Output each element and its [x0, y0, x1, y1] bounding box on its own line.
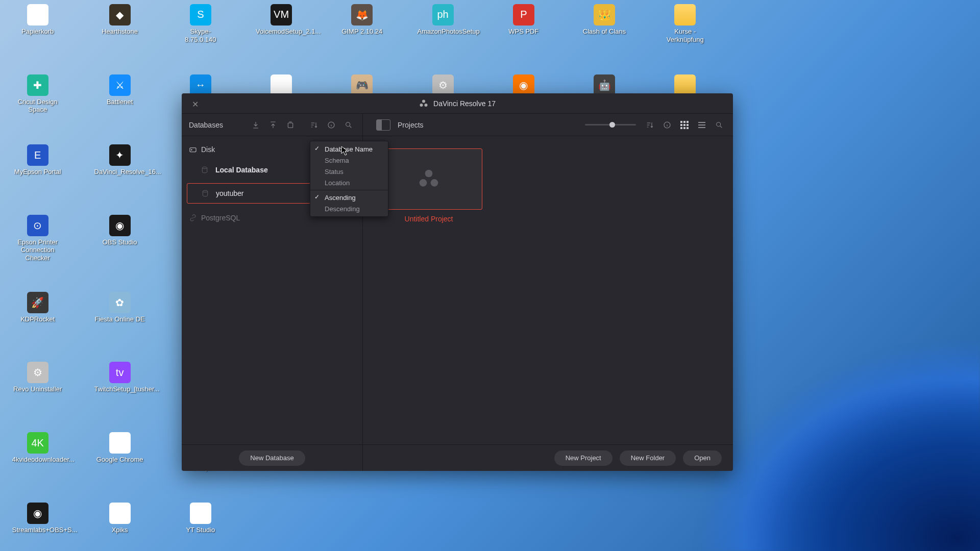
davinci-logo-icon	[418, 168, 440, 190]
postgresql-label: PostgreSQL	[201, 214, 240, 222]
thumbnail-size-slider[interactable]	[585, 124, 636, 126]
sort-projects-icon[interactable]	[643, 118, 656, 132]
desktop-icon[interactable]: ◉Streamlabs+OBS+S...	[12, 503, 63, 534]
desktop-icon[interactable]: ◆Hearthstone	[94, 4, 145, 36]
desktop-icon[interactable]: ◉OBS Studio	[94, 215, 145, 246]
desktop-icon[interactable]: XXpiks	[94, 503, 145, 534]
desktop-icon[interactable]: ⚔Battlenet	[94, 74, 145, 106]
projects-label: Projects	[398, 121, 424, 129]
sort-menu-item[interactable]: ✓Database Name	[310, 143, 388, 155]
info-db-icon[interactable]	[325, 118, 338, 132]
svg-point-5	[346, 122, 350, 126]
davinci-logo-icon	[419, 99, 428, 108]
svg-point-2	[425, 104, 428, 107]
svg-point-8	[202, 167, 207, 169]
sort-menu-item[interactable]: Descending	[310, 203, 388, 214]
info-projects-icon[interactable]	[660, 118, 674, 132]
desktop-icon[interactable]: VMVoicemodSetup_2.1...	[256, 4, 307, 36]
sort-menu-item[interactable]: Status	[310, 166, 388, 177]
open-button[interactable]: Open	[683, 450, 722, 466]
svg-rect-6	[190, 148, 196, 152]
window-title-text: DaVinci Resolve 17	[433, 99, 496, 108]
search-db-icon[interactable]	[342, 118, 355, 132]
desktop-icon[interactable]: ⚙Revo Uninstaller	[12, 362, 63, 393]
desktop-icon[interactable]: EMyEpson Portal	[12, 144, 63, 176]
search-projects-icon[interactable]	[713, 118, 726, 132]
new-project-button[interactable]: New Project	[554, 450, 612, 466]
link-icon	[189, 214, 197, 222]
desktop-icon[interactable]: 🚀KDPRocket	[12, 292, 63, 323]
projects-pane: Projects Untitled Project New Project	[363, 114, 733, 471]
desktop-icon[interactable]: 👑Clash of Clans	[579, 4, 630, 36]
desktop-icon[interactable]: ✚Cricut Design Space	[12, 74, 63, 114]
database-icon	[200, 166, 209, 173]
desktop-icon[interactable]: SSkype-8.75.0.140	[175, 4, 226, 43]
svg-point-9	[203, 190, 207, 192]
project-manager-window: ✕ DaVinci Resolve 17 Databases Disk	[182, 93, 733, 471]
project-card[interactable]: Untitled Project	[375, 148, 482, 223]
import-db-icon[interactable]	[249, 118, 262, 132]
db-item-label: youtuber	[216, 189, 243, 197]
export-db-icon[interactable]	[266, 118, 280, 132]
disk-label: Disk	[201, 145, 215, 154]
svg-point-0	[422, 99, 425, 103]
database-icon	[201, 190, 210, 197]
svg-rect-3	[288, 123, 292, 128]
databases-label: Databases	[189, 121, 223, 129]
svg-point-13	[420, 179, 427, 187]
new-database-button[interactable]: New Database	[239, 450, 305, 466]
list-view-icon[interactable]	[695, 118, 708, 132]
new-folder-button[interactable]: New Folder	[620, 450, 676, 466]
desktop-icon[interactable]: ✿Fiesta Online DE	[94, 292, 145, 323]
db-item-label: Local Database	[215, 166, 268, 174]
svg-point-14	[431, 179, 438, 187]
sort-menu-item[interactable]: ✓Ascending	[310, 192, 388, 203]
desktop-icon[interactable]: 4K4kvideodownloader...	[12, 432, 63, 464]
close-button[interactable]: ✕	[192, 99, 199, 109]
project-name: Untitled Project	[375, 215, 482, 223]
toggle-sidebar-icon[interactable]	[376, 119, 390, 131]
svg-point-11	[717, 122, 721, 126]
window-title: DaVinci Resolve 17	[419, 99, 496, 108]
desktop-icon[interactable]: ✦DaVinci_Resolve_16...	[94, 144, 145, 176]
sort-menu-item[interactable]: Schema	[310, 155, 388, 166]
desktop-icon[interactable]: 🦊GIMP 2.10.24	[336, 4, 387, 36]
grid-view-icon[interactable]	[678, 118, 691, 132]
sort-db-icon[interactable]	[307, 118, 321, 132]
sort-menu: ✓Database Name Schema Status Location ✓A…	[310, 141, 388, 217]
desktop-icon[interactable]: ◉Google Chrome	[94, 432, 145, 464]
desktop-icon[interactable]: ▶YT Studio	[175, 503, 226, 534]
sort-menu-item[interactable]: Location	[310, 177, 388, 188]
mouse-cursor	[341, 146, 348, 156]
svg-point-7	[191, 149, 192, 150]
desktop-icon[interactable]: Kurse - Verknüpfung	[659, 4, 710, 43]
svg-point-12	[425, 170, 433, 178]
desktop-icon[interactable]: phAmazonPhotosSetup	[418, 4, 469, 36]
titlebar: ✕ DaVinci Resolve 17	[182, 93, 733, 114]
project-thumbnail	[375, 148, 482, 210]
disk-icon	[189, 145, 197, 154]
svg-point-1	[420, 104, 423, 107]
desktop-icon[interactable]: PWPS PDF	[498, 4, 549, 36]
backup-db-icon[interactable]	[284, 118, 297, 132]
desktop-icon[interactable]: tvTwitchSetup_[tusher...	[94, 362, 145, 393]
desktop-icon[interactable]: 🗑Papierkorb	[12, 4, 63, 36]
desktop-icon[interactable]: ⊙Epson Printer Connection Checker	[12, 215, 63, 262]
